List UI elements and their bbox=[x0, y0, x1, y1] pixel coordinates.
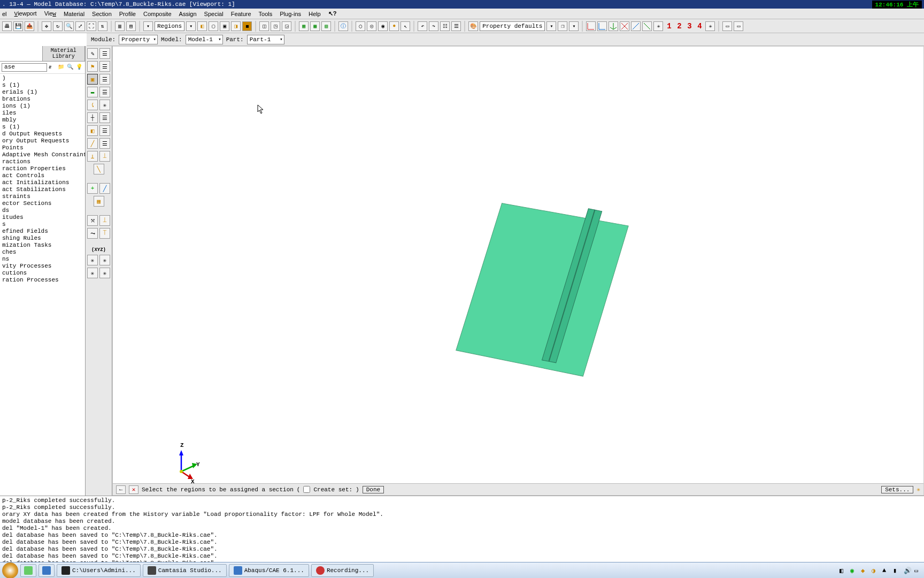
mesh2-icon[interactable]: ▩ bbox=[310, 21, 320, 31]
tool-datum-axis[interactable]: ╱ bbox=[99, 183, 110, 194]
viewport[interactable]: Z Y X ← ✕ Select the regions to be assig… bbox=[112, 46, 924, 496]
render-hidden-icon[interactable]: ▣ bbox=[220, 21, 229, 31]
tree-item[interactable]: ds bbox=[1, 207, 85, 214]
pan-icon[interactable]: ✥ bbox=[42, 21, 51, 31]
tool-beam-manager[interactable]: ⟘ bbox=[99, 151, 110, 162]
tool-profile-manager[interactable]: ☰ bbox=[99, 112, 110, 123]
tool-csys-assign[interactable]: ✳ bbox=[99, 255, 110, 265]
rotate-icon[interactable]: ↻ bbox=[53, 21, 63, 31]
prompt-back-button[interactable]: ← bbox=[116, 485, 126, 494]
tree-item[interactable]: Adaptive Mesh Constraints bbox=[1, 151, 85, 158]
dropdown-icon[interactable]: ▾ bbox=[186, 21, 196, 31]
tree-item[interactable]: ns bbox=[1, 256, 85, 263]
tree-item[interactable]: ractions bbox=[1, 158, 85, 165]
perspective2-icon[interactable]: ▤ bbox=[126, 21, 136, 31]
tree-item[interactable]: d Output Requests bbox=[1, 131, 85, 138]
menu-view[interactable]: View bbox=[44, 10, 56, 17]
tree-item[interactable]: vity Processes bbox=[1, 263, 85, 270]
save-icon[interactable]: 💾 bbox=[13, 21, 23, 31]
tool-assign-orientation[interactable]: ⤹ bbox=[87, 100, 98, 110]
circle2-icon[interactable]: ◎ bbox=[367, 21, 376, 31]
tool-create-stringer[interactable]: ╱ bbox=[87, 138, 98, 149]
tool-datum-plane[interactable]: ▦ bbox=[94, 196, 104, 207]
render-wire-icon[interactable]: ▢ bbox=[209, 21, 218, 31]
cycle-views-icon[interactable]: ⇅ bbox=[98, 21, 107, 31]
menu-viewport[interactable]: Viewport bbox=[14, 10, 37, 17]
tree-item[interactable]: cutions bbox=[1, 270, 85, 277]
taskbar-item-camtasia[interactable]: Camtasia Studio... bbox=[143, 564, 227, 577]
menu-profile[interactable]: Profile bbox=[119, 11, 136, 17]
start-button[interactable] bbox=[2, 562, 18, 579]
tree-item[interactable]: erials (1) bbox=[1, 89, 85, 96]
layer-icon[interactable]: ❐ bbox=[558, 21, 567, 31]
tool-assign-beam[interactable]: ⊥ bbox=[87, 151, 98, 162]
tree-item[interactable]: act Stabilizations bbox=[1, 186, 85, 193]
tray-icon-3[interactable]: ◆ bbox=[861, 567, 868, 574]
axis-yz-icon[interactable] bbox=[620, 21, 629, 31]
palette-icon[interactable]: 🎨 bbox=[468, 21, 478, 31]
tree-bulb-icon[interactable]: 💡 bbox=[76, 64, 83, 71]
circle1-icon[interactable]: ◯ bbox=[356, 21, 365, 31]
render-fill-icon[interactable]: ◨ bbox=[231, 21, 241, 31]
triad-icon[interactable]: ✳ bbox=[653, 21, 663, 31]
tree-item[interactable]: ches bbox=[1, 249, 85, 256]
tree-item[interactable]: ) bbox=[1, 75, 85, 82]
annotate2-icon[interactable]: ▭ bbox=[734, 21, 743, 31]
tree-tab-material-library[interactable]: Material Library bbox=[43, 46, 86, 61]
tool-partition-cell2[interactable]: ⟙ bbox=[99, 228, 110, 239]
done-button[interactable]: Done bbox=[363, 486, 384, 493]
tree-item[interactable]: s (1) bbox=[1, 82, 85, 89]
tray-lang-icon[interactable]: ▭ bbox=[914, 567, 922, 574]
taskbar-pin-2[interactable] bbox=[38, 564, 55, 577]
module-select[interactable]: Property bbox=[119, 35, 158, 44]
tree-item[interactable]: shing Rules bbox=[1, 235, 85, 242]
create-set-checkbox[interactable] bbox=[303, 486, 310, 493]
dropdown2-icon[interactable]: ▾ bbox=[546, 21, 556, 31]
render-shaded-icon[interactable]: ◧ bbox=[197, 21, 207, 31]
taskbar-pin-1[interactable] bbox=[20, 564, 36, 577]
print-icon[interactable]: 🖶 bbox=[2, 21, 12, 31]
tree-item[interactable]: raction Properties bbox=[1, 165, 85, 172]
property-defaults-combo[interactable]: Property defaults bbox=[480, 21, 545, 31]
tree-item[interactable]: straints bbox=[1, 193, 85, 200]
annotate1-icon[interactable]: ▭ bbox=[722, 21, 732, 31]
wire-cube-icon[interactable]: ◫ bbox=[259, 21, 269, 31]
tool-composite-manager[interactable]: ☰ bbox=[99, 87, 110, 97]
axis-xy-icon[interactable] bbox=[586, 21, 596, 31]
tree-body[interactable]: )s (1)erials (1)brationsions (1)ilesmbly… bbox=[0, 74, 85, 496]
axis-iso-icon[interactable] bbox=[609, 21, 618, 31]
tool-skin-manager[interactable]: ☰ bbox=[99, 125, 110, 136]
part-select[interactable]: Part-1 bbox=[247, 35, 284, 44]
tree-combo[interactable]: ase bbox=[2, 63, 47, 72]
tool-create-section[interactable]: ⚑ bbox=[87, 61, 98, 72]
tool-orientation-icon[interactable]: ✳ bbox=[99, 100, 110, 110]
regions-combo[interactable]: Regions bbox=[155, 21, 184, 31]
zoom-icon[interactable]: ⤢ bbox=[75, 21, 85, 31]
tree-item[interactable]: act Controls bbox=[1, 172, 85, 179]
message-log[interactable]: p-2_Riks completed successfully.p-2_Riks… bbox=[0, 496, 924, 562]
view-2[interactable]: 2 bbox=[675, 22, 683, 31]
tool-partition-face[interactable]: ⟘ bbox=[99, 215, 110, 226]
render-solid-icon[interactable]: ◼ bbox=[242, 21, 252, 31]
zoom-box-icon[interactable]: 🔍 bbox=[64, 21, 74, 31]
menu-tools[interactable]: Tools bbox=[259, 11, 273, 17]
triad2-icon[interactable]: ✳ bbox=[705, 21, 715, 31]
tool-datum-point[interactable]: + bbox=[87, 183, 98, 194]
model-select[interactable]: Model-1 bbox=[186, 35, 223, 44]
circle3-icon[interactable]: ◉ bbox=[378, 21, 388, 31]
info-icon[interactable]: ⓘ bbox=[338, 21, 348, 31]
menu-el[interactable]: el bbox=[2, 11, 7, 17]
pointer-icon[interactable]: ↖ bbox=[401, 21, 410, 31]
mesh-icon[interactable]: ▦ bbox=[299, 21, 309, 31]
tool-partition-edge[interactable]: ⤲ bbox=[87, 215, 98, 226]
tool-csys-3[interactable]: ✳ bbox=[87, 268, 98, 278]
sets-button[interactable]: Sets... bbox=[881, 486, 913, 493]
axis-6-icon[interactable] bbox=[642, 21, 652, 31]
tool-csys-4[interactable]: ✳ bbox=[99, 268, 110, 278]
taskbar-item-recording[interactable]: Recording... bbox=[311, 564, 374, 577]
tool-create-skin[interactable]: ◧ bbox=[87, 125, 98, 136]
tray-icon-5[interactable]: ▲ bbox=[882, 567, 890, 574]
menu-special[interactable]: Special bbox=[204, 11, 224, 17]
taskbar-item-cmd[interactable]: C:\Users\Admini... bbox=[57, 564, 141, 577]
tray-network-icon[interactable]: ▮ bbox=[893, 567, 900, 574]
